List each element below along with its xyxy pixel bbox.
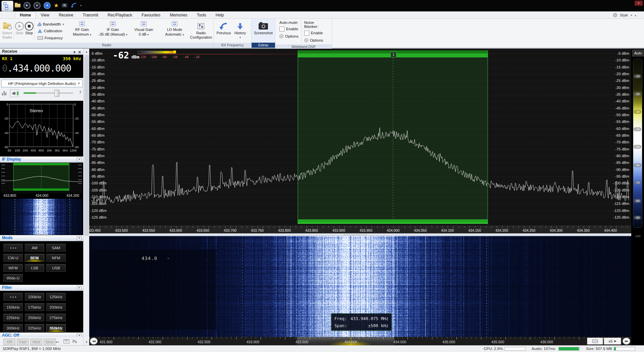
tab-home[interactable]: Home xyxy=(15,11,36,18)
tab-favourites[interactable]: Favourites xyxy=(137,11,165,18)
settings-gear-icon[interactable] xyxy=(613,13,617,17)
tab-memories[interactable]: Memories xyxy=(165,11,192,18)
mode-button-bfm[interactable]: BFM xyxy=(25,254,44,262)
filter-button-325khz[interactable]: 325kHz xyxy=(25,324,44,332)
agc-button-fast[interactable]: Fast xyxy=(17,339,29,345)
frequency-display[interactable]: RX 1 350 kHz 0.434.000.000 xyxy=(0,55,83,78)
panel-close-icon[interactable]: ✕ xyxy=(78,49,81,55)
memory-icon[interactable] xyxy=(63,339,69,344)
play-icon[interactable]: ▶ xyxy=(23,2,31,9)
camera-icon[interactable] xyxy=(62,3,67,7)
open-icon[interactable] xyxy=(15,4,20,7)
filter-button-150khz[interactable]: 150kHz xyxy=(3,303,23,311)
agc-button-slow[interactable]: Slow xyxy=(44,339,56,345)
stop-icon[interactable]: ■ xyxy=(34,2,41,9)
rx-marker-tab[interactable]: 1 xyxy=(390,52,396,57)
collapse-icon[interactable]: ▲ xyxy=(77,236,82,240)
if-display[interactable] xyxy=(1,163,83,193)
radio-configuration-button[interactable]: Radio Configuration xyxy=(190,19,212,43)
mode-button-usb[interactable]: USB xyxy=(46,264,66,272)
frequency-value[interactable]: 0.434.000.000 xyxy=(2,63,71,74)
stop-button[interactable]: Stop xyxy=(24,19,34,43)
automute-options-button[interactable]: Options xyxy=(279,33,299,39)
nav-zoom-button[interactable]: x5▶ xyxy=(604,338,621,345)
equalizer-icon[interactable] xyxy=(2,91,6,95)
waveform-icon[interactable] xyxy=(72,339,78,344)
if-waterfall[interactable] xyxy=(1,199,83,235)
bandwidth-button[interactable]: Bandwidth▾ xyxy=(38,21,65,28)
visual-gain-button[interactable]: Visual Gain0 dB ▾ xyxy=(128,19,159,43)
filter-button-300khz[interactable]: 300kHz xyxy=(3,324,23,332)
filter-button-125khz[interactable]: 125kHz xyxy=(46,293,66,301)
nav-keyboard-button[interactable] xyxy=(587,338,603,345)
mode-button-wide-u[interactable]: Wide-U xyxy=(3,274,23,282)
panel-menu-caret-icon[interactable]: ▾ xyxy=(73,49,75,55)
agc-button-med[interactable]: Med xyxy=(30,339,42,345)
tab-view[interactable]: View xyxy=(36,11,54,18)
checkbox-icon[interactable] xyxy=(279,27,284,32)
scrollbar-thumb[interactable] xyxy=(84,55,89,236)
rf-gain-button[interactable]: RF GainMaximum ▾ xyxy=(67,19,98,43)
undo-icon[interactable] xyxy=(70,2,77,8)
rf-spectrum-plot[interactable] xyxy=(89,49,631,226)
tab-rec-playback[interactable]: Rec/Playback xyxy=(103,11,137,18)
nav-scroll-right-button[interactable]: ▶▶ xyxy=(623,338,630,345)
pane-divider[interactable] xyxy=(89,233,631,236)
history-button[interactable]: History ▾ xyxy=(232,19,248,43)
screenshot-button[interactable]: Screenshot xyxy=(253,19,274,43)
style-selector[interactable]: Style xyxy=(620,13,628,17)
start-button[interactable]: Start xyxy=(14,19,24,43)
noise-blanker-enable-checkbox[interactable]: Enable xyxy=(304,30,328,36)
collapse-icon[interactable]: ▲ xyxy=(77,158,82,162)
audio-device-dropdown[interactable]: HP (Périphérique High Definition Audio)▼ xyxy=(1,80,83,87)
volume-slider-handle[interactable] xyxy=(54,90,59,97)
panel-scrollbar[interactable]: ▲ ▼ xyxy=(83,49,89,345)
lo-mode-button[interactable]: LO ModeAutomatic ▾ xyxy=(159,19,190,43)
ribbon-collapse-icon[interactable]: ▴ xyxy=(635,14,636,17)
spectrum-display[interactable]: -5 dBm-10 dBm-15 dBm-20 dBm-25 dBm-30 dB… xyxy=(89,49,631,345)
quick-access-caret-icon[interactable]: ▾ xyxy=(80,4,82,7)
nav-scroll-left-button[interactable]: ◀◀ xyxy=(90,338,98,345)
filter-button-225khz[interactable]: 225kHz xyxy=(3,314,23,321)
previous-button[interactable]: Previous xyxy=(215,19,232,43)
calibration-button[interactable]: Calibration xyxy=(38,28,65,34)
filter-button-200khz[interactable]: 200kHz xyxy=(46,303,66,311)
mode-button-lsb[interactable]: LSB xyxy=(25,264,44,272)
mode-button-am[interactable]: AM xyxy=(25,244,44,252)
noise-blanker-options-button[interactable]: Options xyxy=(304,37,328,43)
tab-help[interactable]: Help xyxy=(211,11,229,18)
app-menu-button[interactable] xyxy=(1,1,13,11)
filter-button-250khz[interactable]: 250kHz xyxy=(25,314,44,321)
select-radio-button[interactable]: Select Radio xyxy=(1,19,13,43)
mode-button-cw-u[interactable]: CW-U xyxy=(3,254,23,262)
automute-enable-checkbox[interactable]: Enable xyxy=(279,26,299,32)
tab-tools[interactable]: Tools xyxy=(192,11,211,18)
mode-button-dots[interactable]: • • • xyxy=(3,244,23,252)
filter-button-100khz[interactable]: 100kHz xyxy=(25,293,44,301)
waterfall-nav-bar[interactable]: 431.500432.000432.500433.000433.500434.0… xyxy=(89,337,631,345)
tab-receive[interactable]: Receive xyxy=(54,11,78,18)
collapse-icon[interactable]: ▲ xyxy=(77,286,82,290)
checkbox-icon[interactable] xyxy=(304,31,309,36)
spectrum-frequency-axis[interactable]: 433.450433.500433.550433.600433.650433.7… xyxy=(89,226,631,234)
frequency-button[interactable]: Frequency xyxy=(38,35,65,41)
speaker-mute-toggle[interactable] xyxy=(10,89,19,97)
filter-button-dots[interactable]: • • • xyxy=(3,293,23,301)
scroll-up-icon[interactable]: ▲ xyxy=(84,49,90,54)
mode-button-wfm[interactable]: WFM xyxy=(3,264,23,272)
filter-button-350khz[interactable]: 350kHz xyxy=(46,324,66,332)
divider-grip-icon[interactable] xyxy=(344,234,368,235)
filter-button-275khz[interactable]: 275kHz xyxy=(46,314,66,321)
tab-transmit[interactable]: Transmit xyxy=(78,11,103,18)
if-gain-button[interactable]: IF Gain-35 dB (Manual) ▾ xyxy=(98,19,128,43)
scroll-down-icon[interactable]: ▼ xyxy=(84,340,90,345)
close-button[interactable]: ✕ xyxy=(635,1,643,6)
mode-button-nfm[interactable]: NFM xyxy=(46,254,66,262)
agc-button-off[interactable]: Off xyxy=(3,339,15,345)
add-icon[interactable]: + xyxy=(44,2,51,9)
back-arrow-icon[interactable]: ← xyxy=(55,338,60,344)
filter-button-175khz[interactable]: 175kHz xyxy=(25,303,44,311)
style-caret-icon[interactable]: ▾ xyxy=(631,14,632,17)
favourite-icon[interactable]: ★ xyxy=(54,3,59,8)
colorbar-auto-button[interactable]: Auto xyxy=(632,50,644,56)
